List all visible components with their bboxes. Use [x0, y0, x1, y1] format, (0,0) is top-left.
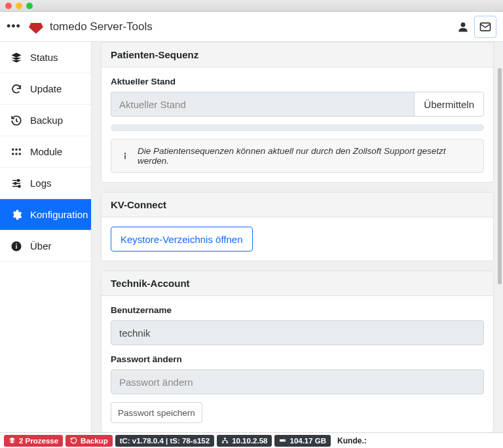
svg-rect-18: [226, 441, 228, 443]
mail-button[interactable]: [474, 16, 496, 38]
info-alert: Die Patientensequenzen können aktuell nu…: [111, 139, 484, 173]
brand-logo-icon: [29, 20, 43, 34]
sidebar-item-status[interactable]: Status: [0, 42, 91, 73]
top-bar: ••• tomedo Server-Tools: [0, 12, 503, 42]
card-header: KV-Connect: [102, 193, 493, 217]
sidebar-item-logs[interactable]: Logs: [0, 168, 91, 199]
card-patienten-sequenz: Patienten-Sequenz Aktueller Stand Übermi…: [101, 42, 494, 183]
status-disk-pill[interactable]: 104.17 GB: [274, 435, 331, 447]
keystore-open-button[interactable]: Keystore-Verzeichnis öffnen: [111, 227, 253, 252]
svg-rect-3: [16, 148, 18, 150]
card-header: Patienten-Sequenz: [102, 43, 493, 67]
mail-icon: [479, 20, 492, 33]
svg-rect-6: [16, 153, 18, 155]
sidebar-item-label: Konfiguration: [30, 209, 88, 220]
status-ip-pill[interactable]: 10.10.2.58: [217, 435, 272, 447]
disk-icon: [279, 437, 286, 444]
uebermitteln-button[interactable]: Übermitteln: [414, 92, 484, 117]
window-minimize-dot[interactable]: [16, 3, 22, 9]
progress-bar: [111, 124, 484, 131]
sidebar-item-label: Update: [30, 83, 62, 94]
history-icon: [70, 437, 77, 444]
svg-rect-2: [12, 148, 14, 150]
status-backup-text: Backup: [81, 437, 108, 445]
layers-icon: [10, 52, 22, 64]
passwort-input: [111, 369, 484, 394]
scrollbar[interactable]: [498, 68, 502, 284]
svg-rect-16: [224, 438, 226, 439]
field-label: Passwort ändern: [111, 354, 484, 364]
gear-icon: [10, 209, 22, 221]
sidebar-item-label: Status: [30, 52, 58, 63]
grid-icon: [10, 146, 22, 158]
svg-rect-4: [19, 148, 21, 150]
svg-point-0: [461, 22, 466, 27]
sliders-icon: [10, 177, 22, 189]
svg-rect-7: [19, 153, 21, 155]
status-ip-text: 10.10.2.58: [232, 437, 267, 445]
window-zoom-dot[interactable]: [26, 3, 33, 9]
svg-rect-17: [222, 441, 224, 443]
status-disk-text: 104.17 GB: [289, 437, 326, 445]
card-technik-account: Technik-Account Benutzername Passwort än…: [101, 271, 494, 432]
card-kv-connect: KV-Connect Keystore-Verzeichnis öffnen: [101, 192, 494, 261]
network-icon: [221, 437, 229, 444]
menu-dots-button[interactable]: •••: [7, 20, 21, 33]
sidebar-item-backup[interactable]: Backup: [0, 105, 91, 136]
sidebar: Status Update Backup Module Logs: [0, 42, 92, 432]
svg-rect-15: [124, 155, 126, 159]
status-versions-text: tC: v1.78.0.4 | tS: 78-s152: [120, 437, 210, 445]
sidebar-item-label: Logs: [30, 177, 52, 189]
status-bar: 2 Prozesse Backup tC: v1.78.0.4 | tS: 78…: [0, 432, 503, 448]
svg-point-9: [14, 182, 16, 184]
window-titlebar: [0, 0, 503, 12]
svg-rect-13: [16, 243, 17, 244]
svg-point-10: [18, 185, 20, 187]
layers-icon: [9, 437, 16, 444]
window-close-dot[interactable]: [5, 3, 12, 9]
status-processes-pill[interactable]: 2 Prozesse: [4, 435, 63, 447]
card-header: Technik-Account: [102, 271, 493, 296]
sidebar-item-module[interactable]: Module: [0, 136, 91, 168]
benutzername-input: [111, 320, 484, 345]
sidebar-item-ueber[interactable]: Über: [0, 231, 91, 262]
svg-point-14: [124, 153, 126, 154]
sidebar-item-konfiguration[interactable]: Konfiguration: [0, 199, 91, 231]
field-label: Aktueller Stand: [111, 77, 484, 86]
user-menu-button[interactable]: [452, 16, 474, 38]
status-kunde-label: Kunde.:: [337, 436, 367, 445]
sidebar-item-label: Backup: [30, 115, 63, 126]
status-backup-pill[interactable]: Backup: [65, 435, 113, 447]
info-icon: [10, 240, 22, 252]
content-area: Patienten-Sequenz Aktueller Stand Übermi…: [92, 42, 503, 432]
info-icon: [121, 151, 130, 160]
sidebar-item-label: Module: [30, 146, 62, 157]
sidebar-item-label: Über: [30, 240, 52, 252]
user-icon: [456, 20, 470, 33]
content-scroll[interactable]: Patienten-Sequenz Aktueller Stand Übermi…: [101, 42, 494, 432]
passwort-speichern-button[interactable]: Passwort speichern: [111, 402, 202, 423]
svg-point-8: [18, 179, 20, 181]
main-layout: Status Update Backup Module Logs: [0, 42, 503, 432]
sidebar-item-update[interactable]: Update: [0, 73, 91, 105]
svg-rect-5: [12, 153, 14, 155]
field-label: Benutzername: [111, 305, 484, 315]
svg-rect-12: [16, 245, 17, 248]
history-icon: [10, 115, 22, 126]
status-processes-text: 2 Prozesse: [19, 437, 58, 445]
info-text: Die Patientensequenzen können aktuell nu…: [138, 146, 474, 166]
svg-point-20: [284, 440, 285, 441]
app-title: tomedo Server-Tools: [50, 20, 153, 33]
status-versions-pill[interactable]: tC: v1.78.0.4 | tS: 78-s152: [115, 435, 214, 447]
aktueller-stand-input: [111, 92, 414, 117]
refresh-icon: [10, 83, 22, 95]
